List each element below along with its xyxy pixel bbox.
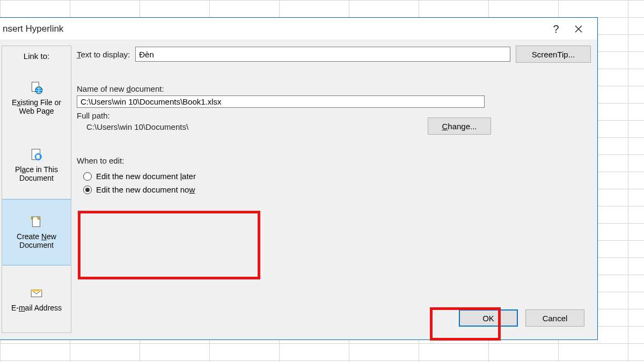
close-icon: [575, 25, 582, 33]
link-to-sidebar: Link to: Existing File or Web Page Place…: [2, 46, 71, 333]
svg-rect-8: [31, 290, 42, 291]
when-to-edit-group: When to edit: Edit the new document late…: [77, 156, 591, 196]
sidebar-item-label: Existing File or Web Page: [4, 98, 69, 115]
text-to-display-input[interactable]: [135, 47, 510, 62]
sidebar-item-label: Place in This Document: [4, 165, 69, 182]
sidebar-item-label: E-mail Address: [11, 304, 62, 312]
dialog-footer: OK Cancel: [459, 309, 584, 327]
radio-icon: [83, 186, 92, 194]
close-button[interactable]: [567, 18, 590, 40]
when-to-edit-label: When to edit:: [77, 156, 591, 165]
radio-edit-now[interactable]: Edit the new document now: [77, 183, 591, 196]
name-of-document-label: Name of new document:: [77, 84, 591, 93]
radio-label: Edit the new document now: [96, 185, 195, 194]
link-to-header: Link to:: [2, 46, 71, 65]
sidebar-item-label: Create New Document: [4, 232, 69, 249]
radio-label: Edit the new document later: [96, 172, 196, 181]
screentip-button[interactable]: ScreenTip...: [516, 46, 591, 63]
radio-icon: [83, 172, 92, 181]
name-of-document-input[interactable]: [77, 95, 485, 108]
dialog-title: nsert Hyperlink: [3, 24, 545, 34]
globe-file-icon: [30, 81, 43, 95]
sidebar-item-create-new[interactable]: Create New Document: [2, 199, 71, 266]
ok-button[interactable]: OK: [459, 309, 518, 327]
sidebar-item-existing-file[interactable]: Existing File or Web Page: [2, 65, 71, 132]
sidebar-item-email[interactable]: E-mail Address: [2, 265, 71, 333]
insert-hyperlink-dialog: nsert Hyperlink ? Link to: Existing File…: [0, 17, 598, 340]
change-path-button[interactable]: Change...: [428, 117, 491, 135]
text-to-display-label: Text to display:: [77, 50, 130, 59]
document-target-icon: [30, 148, 43, 162]
dialog-body: Link to: Existing File or Web Page Place…: [0, 40, 597, 339]
text-to-display-row: Text to display: ScreenTip...: [77, 46, 591, 63]
name-of-document-section: Name of new document:: [77, 84, 591, 108]
cancel-button[interactable]: Cancel: [525, 309, 584, 327]
help-button[interactable]: ?: [545, 18, 567, 40]
main-panel: Text to display: ScreenTip... Name of ne…: [77, 46, 591, 333]
sidebar-item-place-in-doc[interactable]: Place in This Document: [2, 132, 71, 199]
new-document-icon: [30, 215, 43, 229]
titlebar: nsert Hyperlink ?: [0, 18, 597, 40]
radio-edit-later[interactable]: Edit the new document later: [77, 169, 591, 183]
email-icon: [30, 286, 43, 300]
